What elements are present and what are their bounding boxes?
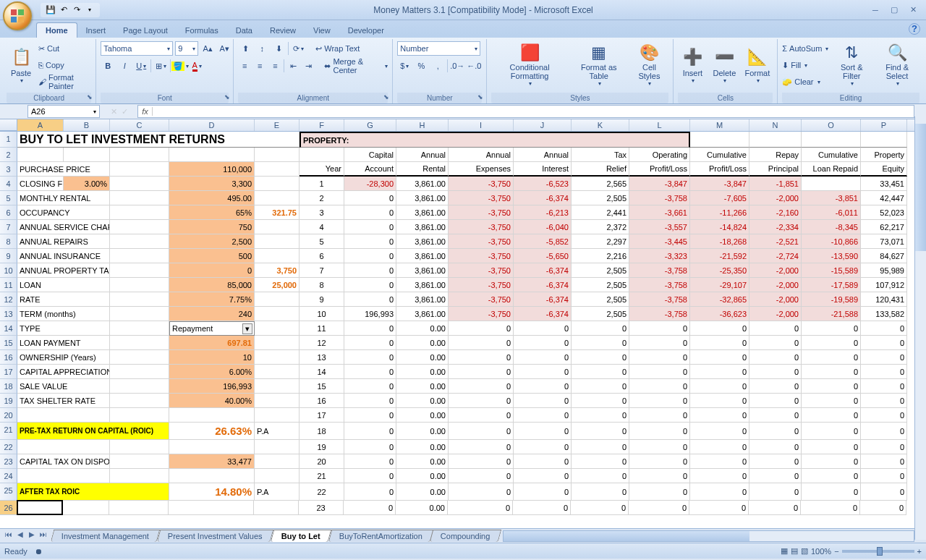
cell[interactable]: OCCUPANCY [17, 205, 110, 220]
cell[interactable]: 2,297 [572, 234, 629, 249]
cell[interactable]: 0 [861, 336, 907, 350]
cell[interactable]: -2,160 [749, 205, 802, 220]
row-header[interactable]: 1 [0, 132, 17, 148]
cell[interactable] [110, 350, 169, 365]
cell[interactable] [110, 220, 169, 234]
cell[interactable] [110, 234, 169, 249]
cell[interactable] [169, 501, 254, 515]
row-header[interactable]: 9 [0, 249, 17, 263]
cell[interactable]: 0 [169, 263, 255, 278]
cell[interactable] [255, 379, 300, 394]
cell[interactable]: 0 [449, 469, 514, 483]
cell[interactable]: 0 [690, 440, 749, 454]
cell[interactable]: 3,861.00 [396, 307, 449, 321]
cell[interactable]: Annual [514, 148, 572, 162]
cell[interactable]: 3,861.00 [396, 278, 449, 292]
cell[interactable]: 0 [629, 350, 690, 365]
cell[interactable]: 0 [690, 454, 749, 469]
cell[interactable]: 0 [514, 408, 572, 423]
cell[interactable]: 3,861.00 [396, 191, 449, 205]
cell[interactable]: 0 [449, 394, 514, 408]
cell[interactable]: -3,557 [629, 220, 690, 234]
cell[interactable]: Capital [344, 148, 396, 162]
macro-record-icon[interactable]: ⏺ [35, 547, 43, 556]
cell[interactable]: 2,505 [572, 263, 629, 278]
cell[interactable]: 0 [861, 423, 907, 440]
cell[interactable] [169, 469, 255, 483]
cell[interactable]: 0 [749, 423, 802, 440]
shrink-font-button[interactable]: A▾ [217, 41, 232, 56]
cell[interactable]: 0 [690, 365, 749, 379]
cell[interactable]: 0 [861, 483, 907, 501]
clear-button[interactable]: 🧽 Clear▾ [782, 74, 828, 90]
cell[interactable]: 3,861.00 [396, 263, 449, 278]
cell[interactable]: -6,374 [514, 263, 572, 278]
cell[interactable] [255, 162, 300, 177]
cell[interactable]: 0.00 [396, 423, 449, 440]
cell[interactable]: 0 [449, 483, 514, 501]
cell[interactable]: 21 [300, 469, 344, 483]
cell[interactable]: 0 [749, 321, 802, 336]
cell[interactable]: -21,592 [690, 249, 749, 263]
cell[interactable]: 0 [449, 321, 514, 336]
undo-icon[interactable]: ↶ [58, 4, 69, 16]
cell[interactable]: 0 [514, 321, 572, 336]
cell[interactable]: 0 [802, 408, 861, 423]
cell[interactable] [255, 249, 300, 263]
cell[interactable]: 2,500 [169, 234, 255, 249]
cell[interactable]: ANNUAL SERVICE CHARGES [17, 220, 110, 234]
row-header[interactable]: 13 [0, 307, 17, 321]
cell[interactable]: -2,000 [749, 191, 802, 205]
cell[interactable]: -3,445 [629, 234, 690, 249]
increase-decimal-button[interactable]: .0→ [450, 59, 464, 73]
column-header-P[interactable]: P [861, 119, 907, 131]
cell[interactable]: LOAN [17, 278, 110, 292]
column-header-B[interactable]: B [64, 119, 110, 131]
cell[interactable]: 0 [749, 350, 802, 365]
cell[interactable]: 0 [514, 469, 572, 483]
cell[interactable]: 33,477 [169, 454, 255, 469]
cell[interactable]: -3,758 [629, 263, 690, 278]
cell[interactable]: 17 [300, 408, 344, 423]
row-header[interactable]: 17 [0, 365, 17, 379]
cell[interactable]: 0 [449, 379, 514, 394]
cell[interactable]: Annual [449, 148, 514, 162]
column-header-K[interactable]: K [572, 119, 629, 131]
row-header[interactable]: 8 [0, 234, 17, 249]
cell[interactable]: 0 [572, 408, 629, 423]
cell[interactable]: 5 [300, 234, 344, 249]
row-header[interactable]: 2 [0, 148, 17, 162]
cell[interactable]: -3,661 [629, 205, 690, 220]
office-button[interactable] [3, 1, 32, 30]
align-right-button[interactable]: ≡ [268, 59, 281, 73]
clipboard-launcher[interactable]: ⬊ [85, 93, 94, 102]
cell[interactable]: -7,605 [690, 191, 749, 205]
cell[interactable]: 0 [749, 501, 801, 515]
cell[interactable]: Principal [749, 162, 802, 177]
cell[interactable]: -2,334 [749, 220, 802, 234]
cell[interactable]: PROPERTY: [300, 132, 690, 148]
cell[interactable]: SALE VALUE [17, 379, 110, 394]
sort-filter-button[interactable]: ⇅Sort & Filter▾ [831, 41, 872, 88]
cell[interactable]: -18,268 [690, 234, 749, 249]
sheet-tab[interactable]: BuyToRentAmortization [328, 530, 433, 542]
cell[interactable]: 0.00 [396, 394, 449, 408]
cell[interactable]: 0 [344, 249, 396, 263]
cell[interactable]: 6.00% [169, 365, 255, 379]
column-header-C[interactable]: C [110, 119, 169, 131]
cell[interactable]: 0 [802, 321, 861, 336]
cell[interactable]: 10 [300, 307, 344, 321]
first-sheet-button[interactable]: ⏮ [3, 530, 14, 542]
cell[interactable]: -3,750 [449, 263, 514, 278]
cell[interactable]: -3,750 [449, 234, 514, 249]
cell[interactable]: 0 [514, 350, 572, 365]
cell[interactable]: 6 [300, 249, 344, 263]
cell[interactable]: 0 [572, 321, 629, 336]
cancel-formula-icon[interactable]: ✕ [111, 107, 117, 116]
cell[interactable]: 0 [690, 379, 749, 394]
cell[interactable]: 95,989 [861, 263, 907, 278]
cell[interactable]: 0 [802, 454, 861, 469]
cell[interactable]: -3,750 [449, 205, 514, 220]
ribbon-tab-data[interactable]: Data [227, 23, 261, 38]
view-normal-button[interactable]: ▦ [781, 546, 788, 556]
